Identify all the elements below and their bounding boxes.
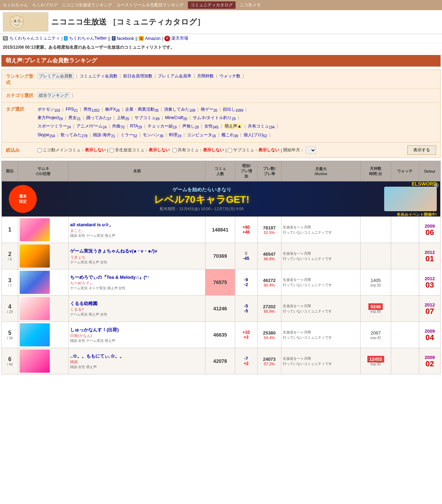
thumbnail-cell: [18, 217, 69, 243]
tag-cooking[interactable]: 料理19: [169, 132, 181, 137]
community-thumbnail[interactable]: [20, 297, 50, 320]
rank-sub: / 44: [3, 363, 16, 366]
nav-chikuwa[interactable]: ちくわちゃん: [3, 2, 28, 8]
increase-cell: -9 -2: [235, 269, 257, 296]
tag-mirror[interactable]: ミラー52: [121, 132, 137, 137]
debut-cell: 2009 04: [419, 322, 440, 348]
filter-shared-label: 共有コミュ：表示しない: [178, 147, 224, 153]
tag-moe-voice[interactable]: 萌え声▲: [224, 124, 242, 129]
ranking-monthly-slots[interactable]: 月間枠数: [197, 74, 214, 78]
tag-touhou[interactable]: 東方Project26: [38, 115, 63, 120]
amazon-link[interactable]: Amazon: [145, 36, 161, 41]
category-all-ranking[interactable]: 総合ランキング: [38, 92, 70, 98]
tag-pro[interactable]: 個人(プロ)52: [244, 132, 267, 137]
tag-dance[interactable]: 踊ってみた57: [86, 115, 111, 120]
tag-fighting[interactable]: 格ゲー20: [201, 107, 217, 112]
tag-performance[interactable]: 演奏してみた109: [164, 107, 195, 112]
tag-monster-hunter[interactable]: モンハン36: [143, 132, 163, 137]
debut-cell: 2012 03: [419, 269, 440, 296]
tag-fps[interactable]: FPS21: [66, 107, 77, 112]
filter-shared-checkbox[interactable]: [172, 148, 177, 152]
chikuwa-twitter-link[interactable]: ちくわちゃんTwitter: [69, 35, 107, 41]
facebook-link[interactable]: facebook: [117, 36, 134, 41]
table-row: 5 / 34 しゅっかなんす！(出荷) 日南(かなん) 雑談-女性 ゲーム実況 …: [2, 322, 441, 348]
tag-computer[interactable]: コンピュータ16: [187, 132, 216, 137]
filter-sub-checkbox[interactable]: [228, 148, 232, 152]
pre-rate-value: 57.2%: [264, 362, 275, 366]
monthly-cell: 生放送を一ヶ月間行っていないコミュニティです: [281, 217, 360, 243]
tag-checker[interactable]: チェッカー組19: [148, 124, 177, 129]
author-link[interactable]: まこと。: [70, 228, 86, 233]
tag-sports-mirror[interactable]: スポーツミラー24: [38, 124, 71, 129]
tag-pokemon[interactable]: ポケモン103: [38, 107, 60, 112]
start-month-select[interactable]: [306, 146, 316, 154]
ranking-prev-day-increase[interactable]: 前日会員増加数: [123, 74, 152, 78]
tag-female[interactable]: 女性345: [204, 124, 219, 129]
community-thumbnail[interactable]: [20, 244, 50, 268]
watch-cell: [391, 243, 419, 269]
community-thumbnail[interactable]: [20, 323, 50, 346]
category-row: カテゴリ選択 総合ランキング |: [2, 89, 440, 103]
ad-banner-cell[interactable]: 週末 限定 ゲームを始めたらいきなり レベル70キャラGET! 配布期間：12月…: [2, 181, 441, 217]
pre-count-cell: 46547 66.8%: [257, 243, 281, 269]
tag-sing[interactable]: 歌ってみた278: [61, 132, 88, 137]
tag-face[interactable]: 顔出し1099: [223, 107, 243, 112]
filter-nico-main-checkbox[interactable]: [38, 148, 42, 152]
nav-community-catalog[interactable]: コミュニティカタログ: [188, 1, 236, 9]
tag-anime-game[interactable]: アニメ/ゲーム24: [76, 124, 107, 129]
ad-info-icon[interactable]: i: [434, 183, 439, 188]
ranking-type-row: ランキング形式 プレミアム会員数 | コミュニティ会員数 | 前日会員増加数 |…: [2, 70, 440, 89]
tag-enterprise[interactable]: 企業・商業活動35: [125, 107, 158, 112]
community-thumbnail[interactable]: [20, 350, 50, 373]
community-name-link[interactable]: くるる幼稚園: [70, 301, 97, 306]
community-name-link[interactable]: ちーめろでぃの『Tea & Melody♫』(*･: [70, 275, 149, 280]
author-link[interactable]: 桃箱: [70, 360, 78, 364]
community-name-link[interactable]: all standard is u☆。: [70, 222, 114, 227]
tag-minecraft[interactable]: MineCraft20: [165, 115, 187, 120]
tag-kancolle[interactable]: 艦これ39: [222, 132, 238, 137]
filter-non-broadcast-checkbox[interactable]: [110, 148, 114, 152]
tag-talk-overseas[interactable]: 雑談-海外21: [93, 132, 115, 137]
rank-sub: / 29: [3, 310, 16, 314]
tag-thumbnail[interactable]: サムネ/タイトル釣り29: [193, 115, 236, 120]
rakuten-link[interactable]: 楽天市場: [171, 35, 188, 41]
watch-cell: [391, 322, 419, 348]
community-name-link[interactable]: ゲーム実況うきょちゃんねるv(๑・v・๑ﾉ)v: [70, 248, 157, 254]
nav-nico-memo[interactable]: ニコ生メモ: [240, 2, 261, 8]
ranking-premium-rate[interactable]: プレミアム会員率: [158, 74, 191, 78]
tag-compose[interactable]: 作曲70: [112, 124, 124, 129]
filter-nico-main: ニコ動メインコミュ：表示しない: [38, 147, 106, 153]
community-thumbnail[interactable]: [20, 218, 50, 241]
community-count-value: 148841: [212, 227, 229, 233]
ranking-community-members[interactable]: コミュニティ会員数: [80, 74, 117, 78]
tag-skype[interactable]: Skype154: [38, 132, 55, 137]
chikuwa-community-link[interactable]: ちくわちゃんコミュニティ: [9, 35, 60, 41]
rank-cell: 4 / 29: [2, 296, 18, 322]
tag-shared-community[interactable]: 共有コミュ194: [248, 124, 275, 129]
tag-mixed[interactable]: 男女21: [68, 115, 81, 120]
nav-blog[interactable]: ちくわブログ: [32, 2, 57, 8]
pre-increase-value: +2: [244, 361, 249, 366]
community-name-link[interactable]: しゅっかなんす！(出荷): [70, 327, 119, 332]
tag-subcommunity[interactable]: サブコミュ69: [135, 115, 159, 120]
tag-no-voice[interactable]: 声無し28: [182, 124, 199, 129]
tag-rta[interactable]: RTA29: [130, 124, 142, 129]
author-link[interactable]: 日南(かなん): [70, 333, 92, 338]
community-thumbnail[interactable]: [20, 271, 50, 294]
author-link[interactable]: くるる!!: [70, 307, 84, 311]
tag-screening[interactable]: 上映25: [117, 115, 129, 120]
community-count-cell: 148841: [205, 217, 235, 243]
tag-male[interactable]: 男性1352: [83, 107, 100, 112]
tag-stock[interactable]: 株/FX26: [105, 107, 120, 112]
debut-month: 01: [421, 255, 439, 263]
ranking-premium-members[interactable]: プレミアム会員数: [38, 73, 74, 79]
community-name-link[interactable]: ..☆。。ももにてぃ.☆。。: [70, 353, 124, 359]
filter-apply-button[interactable]: 表示する: [407, 145, 436, 155]
ranking-watch-count[interactable]: ウォッチ数: [219, 74, 240, 78]
nav-niconico-ranking[interactable]: ニコニコ生放送ランキング: [62, 2, 112, 8]
slots-exp: exp.92: [370, 362, 381, 366]
author-link[interactable]: ちーめろでぃ: [70, 281, 93, 285]
nav-ustream-ranking[interactable]: ユーストリーム＆生配信ランキング: [116, 2, 184, 8]
author-link[interactable]: うきょち: [70, 255, 86, 259]
monthly-cell: 生放送を一ヶ月間行っていないコミュニティです: [281, 322, 360, 348]
